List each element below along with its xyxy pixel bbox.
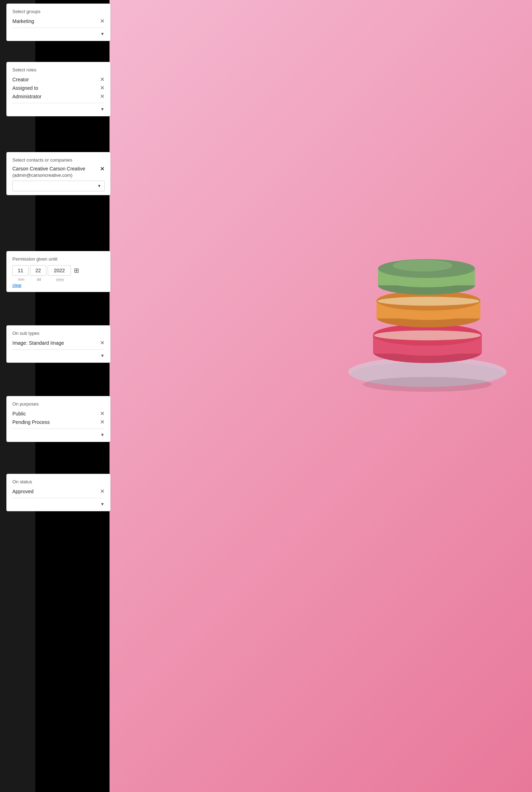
status-approved-text: Approved <box>12 489 34 494</box>
groups-card: Select groups Marketing ✕ ▼ <box>6 4 111 41</box>
contact-info-block: Carson Creative Carson Creative (admin@c… <box>12 165 105 178</box>
contact-search-input[interactable] <box>16 183 97 189</box>
date-label: Permission given until: <box>12 256 105 262</box>
contact-email: (admin@carsoncreative.com) <box>12 173 85 178</box>
purposes-pending-text: Pending Process <box>12 419 50 425</box>
macaron-illustration <box>304 159 532 407</box>
roles-card: Select roles Creator ✕ Assigned to ✕ Adm… <box>6 62 111 116</box>
date-clear-link[interactable]: clear <box>12 283 22 288</box>
roles-admin-text: Administrator <box>12 94 41 99</box>
purposes-card: On purposes Public ✕ Pending Process ✕ ▼ <box>6 396 111 442</box>
date-fields-row: ⊞ <box>12 265 105 276</box>
roles-admin-row: Administrator ✕ <box>12 92 105 101</box>
groups-marketing-close[interactable]: ✕ <box>100 18 105 24</box>
status-dropdown-arrow[interactable]: ▼ <box>100 502 105 507</box>
subtypes-dropdown-arrow[interactable]: ▼ <box>100 353 105 358</box>
roles-creator-close[interactable]: ✕ <box>100 77 105 82</box>
contact-close[interactable]: ✕ <box>100 165 105 172</box>
subtypes-image-row: Image: Standard Image ✕ <box>12 339 105 347</box>
roles-assigned-close[interactable]: ✕ <box>100 85 105 91</box>
purposes-label: On purposes <box>12 401 105 407</box>
date-yyyy-input[interactable] <box>48 265 71 276</box>
pink-background <box>110 0 532 792</box>
roles-admin-close[interactable]: ✕ <box>100 94 105 99</box>
date-card: Permission given until: ⊞ mm dd yyyy cle… <box>6 251 111 292</box>
contact-input-row[interactable]: ▼ <box>12 181 105 191</box>
svg-point-6 <box>374 330 481 340</box>
status-approved-row: Approved ✕ <box>12 487 105 496</box>
groups-marketing-text: Marketing <box>12 18 34 24</box>
date-yyyy-label: yyyy <box>48 277 72 281</box>
roles-creator-row: Creator ✕ <box>12 75 105 84</box>
purposes-dropdown-arrow[interactable]: ▼ <box>100 432 105 437</box>
date-dd-input[interactable] <box>30 265 46 276</box>
contacts-card: Select contacts or companies Carson Crea… <box>6 152 111 195</box>
date-mm-label: mm <box>13 277 29 281</box>
roles-assigned-text: Assigned to <box>12 85 38 91</box>
contact-dropdown-arrow[interactable]: ▼ <box>97 184 101 188</box>
date-sub-labels: mm dd yyyy <box>12 277 105 281</box>
svg-point-11 <box>378 297 479 305</box>
calendar-icon[interactable]: ⊞ <box>74 267 79 274</box>
groups-dropdown-arrow[interactable]: ▼ <box>100 31 105 36</box>
groups-marketing-row: Marketing ✕ <box>12 17 105 25</box>
svg-point-16 <box>393 260 452 272</box>
date-mm-input[interactable] <box>12 265 29 276</box>
roles-label: Select roles <box>12 67 105 72</box>
subtypes-card: On sub types Image: Standard Image ✕ ▼ <box>6 325 111 363</box>
subtypes-label: On sub types <box>12 331 105 336</box>
subtypes-image-text: Image: Standard Image <box>12 340 64 346</box>
status-approved-close[interactable]: ✕ <box>100 489 105 494</box>
svg-point-17 <box>363 377 492 392</box>
purposes-pending-close[interactable]: ✕ <box>100 419 105 425</box>
groups-label: Select groups <box>12 9 105 14</box>
roles-dropdown-arrow[interactable]: ▼ <box>100 107 105 112</box>
date-dd-label: dd <box>31 277 47 281</box>
contact-name: Carson Creative Carson Creative <box>12 165 85 173</box>
purposes-public-row: Public ✕ <box>12 409 105 418</box>
roles-assigned-row: Assigned to ✕ <box>12 84 105 92</box>
purposes-public-close[interactable]: ✕ <box>100 411 105 417</box>
purposes-public-text: Public <box>12 411 26 417</box>
contacts-label: Select contacts or companies <box>12 157 105 163</box>
subtypes-image-close[interactable]: ✕ <box>100 340 105 346</box>
status-label: On status <box>12 479 105 484</box>
roles-creator-text: Creator <box>12 77 29 82</box>
purposes-pending-row: Pending Process ✕ <box>12 418 105 426</box>
status-card: On status Approved ✕ ▼ <box>6 474 111 511</box>
